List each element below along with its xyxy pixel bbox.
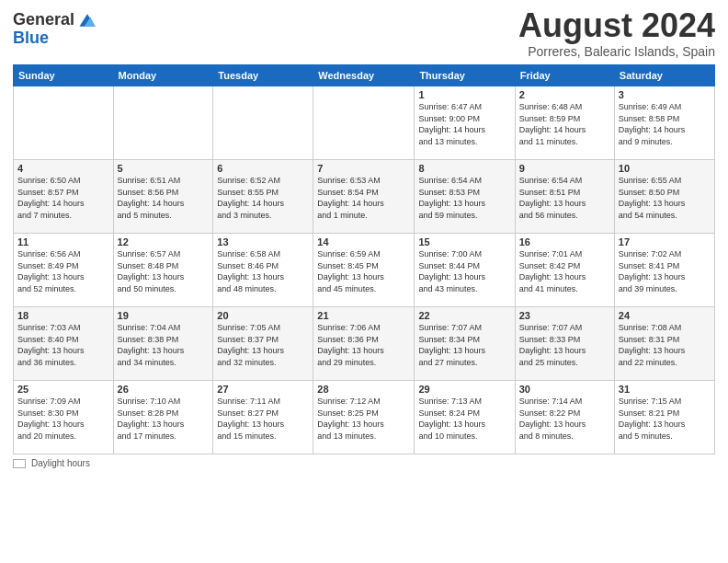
day-info: Sunrise: 6:55 AM Sunset: 8:50 PM Dayligh… (619, 175, 711, 221)
table-row: 7Sunrise: 6:53 AM Sunset: 8:54 PM Daylig… (313, 160, 415, 234)
day-number: 27 (217, 384, 309, 395)
table-row: 24Sunrise: 7:08 AM Sunset: 8:31 PM Dayli… (614, 307, 714, 381)
table-row: 6Sunrise: 6:52 AM Sunset: 8:55 PM Daylig… (213, 160, 313, 234)
day-info: Sunrise: 7:08 AM Sunset: 8:31 PM Dayligh… (619, 322, 711, 368)
calendar-header-row: Sunday Monday Tuesday Wednesday Thursday… (14, 65, 715, 86)
table-row: 20Sunrise: 7:05 AM Sunset: 8:37 PM Dayli… (213, 307, 313, 381)
day-number: 1 (418, 89, 510, 100)
table-row: 29Sunrise: 7:13 AM Sunset: 8:24 PM Dayli… (415, 381, 515, 454)
location: Porreres, Balearic Islands, Spain (518, 44, 715, 59)
table-row: 1Sunrise: 6:47 AM Sunset: 9:00 PM Daylig… (415, 86, 515, 160)
logo-icon (76, 9, 98, 31)
day-info: Sunrise: 7:03 AM Sunset: 8:40 PM Dayligh… (17, 322, 109, 368)
month-title: August 2024 (518, 9, 715, 42)
table-row: 15Sunrise: 7:00 AM Sunset: 8:44 PM Dayli… (415, 234, 515, 307)
day-number: 18 (17, 310, 109, 321)
table-row: 31Sunrise: 7:15 AM Sunset: 8:21 PM Dayli… (614, 381, 714, 454)
table-row (213, 86, 313, 160)
header-tuesday: Tuesday (213, 65, 313, 86)
day-info: Sunrise: 6:58 AM Sunset: 8:46 PM Dayligh… (217, 248, 309, 294)
day-number: 24 (619, 310, 711, 321)
table-row: 22Sunrise: 7:07 AM Sunset: 8:34 PM Dayli… (415, 307, 515, 381)
table-row: 11Sunrise: 6:56 AM Sunset: 8:49 PM Dayli… (14, 234, 114, 307)
day-number: 29 (418, 384, 510, 395)
table-row: 28Sunrise: 7:12 AM Sunset: 8:25 PM Dayli… (313, 381, 415, 454)
header-saturday: Saturday (614, 65, 714, 86)
table-row: 4Sunrise: 6:50 AM Sunset: 8:57 PM Daylig… (14, 160, 114, 234)
calendar-week-3: 11Sunrise: 6:56 AM Sunset: 8:49 PM Dayli… (14, 234, 715, 307)
table-row: 25Sunrise: 7:09 AM Sunset: 8:30 PM Dayli… (14, 381, 114, 454)
day-info: Sunrise: 7:13 AM Sunset: 8:24 PM Dayligh… (418, 396, 510, 442)
table-row: 18Sunrise: 7:03 AM Sunset: 8:40 PM Dayli… (14, 307, 114, 381)
day-number: 25 (17, 384, 109, 395)
table-row: 14Sunrise: 6:59 AM Sunset: 8:45 PM Dayli… (313, 234, 415, 307)
header-thursday: Thursday (415, 65, 515, 86)
day-number: 31 (619, 384, 711, 395)
table-row (14, 86, 114, 160)
page: General Blue August 2024 Porreres, Balea… (0, 0, 728, 563)
day-info: Sunrise: 7:15 AM Sunset: 8:21 PM Dayligh… (619, 396, 711, 442)
day-info: Sunrise: 7:02 AM Sunset: 8:41 PM Dayligh… (619, 248, 711, 294)
day-info: Sunrise: 6:52 AM Sunset: 8:55 PM Dayligh… (217, 175, 309, 221)
day-info: Sunrise: 7:14 AM Sunset: 8:22 PM Dayligh… (519, 396, 610, 442)
table-row: 9Sunrise: 6:54 AM Sunset: 8:51 PM Daylig… (515, 160, 614, 234)
day-number: 11 (17, 236, 109, 247)
day-number: 7 (317, 163, 410, 174)
table-row: 16Sunrise: 7:01 AM Sunset: 8:42 PM Dayli… (515, 234, 614, 307)
table-row: 23Sunrise: 7:07 AM Sunset: 8:33 PM Dayli… (515, 307, 614, 381)
day-number: 2 (519, 89, 610, 100)
day-info: Sunrise: 7:04 AM Sunset: 8:38 PM Dayligh… (118, 322, 210, 368)
table-row: 30Sunrise: 7:14 AM Sunset: 8:22 PM Dayli… (515, 381, 614, 454)
table-row: 12Sunrise: 6:57 AM Sunset: 8:48 PM Dayli… (113, 234, 213, 307)
table-row: 2Sunrise: 6:48 AM Sunset: 8:59 PM Daylig… (515, 86, 614, 160)
day-number: 19 (118, 310, 210, 321)
day-info: Sunrise: 7:09 AM Sunset: 8:30 PM Dayligh… (17, 396, 109, 442)
logo: General Blue (13, 9, 98, 48)
calendar-table: Sunday Monday Tuesday Wednesday Thursday… (13, 64, 715, 454)
day-info: Sunrise: 6:59 AM Sunset: 8:45 PM Dayligh… (317, 248, 410, 294)
day-info: Sunrise: 7:06 AM Sunset: 8:36 PM Dayligh… (317, 322, 410, 368)
day-number: 22 (418, 310, 510, 321)
header: General Blue August 2024 Porreres, Balea… (13, 9, 715, 59)
table-row: 26Sunrise: 7:10 AM Sunset: 8:28 PM Dayli… (113, 381, 213, 454)
day-info: Sunrise: 6:57 AM Sunset: 8:48 PM Dayligh… (118, 248, 210, 294)
table-row: 8Sunrise: 6:54 AM Sunset: 8:53 PM Daylig… (415, 160, 515, 234)
table-row (113, 86, 213, 160)
day-number: 6 (217, 163, 309, 174)
day-info: Sunrise: 6:54 AM Sunset: 8:53 PM Dayligh… (418, 175, 510, 221)
table-row: 27Sunrise: 7:11 AM Sunset: 8:27 PM Dayli… (213, 381, 313, 454)
table-row: 3Sunrise: 6:49 AM Sunset: 8:58 PM Daylig… (614, 86, 714, 160)
logo-general: General (13, 11, 74, 29)
day-info: Sunrise: 6:50 AM Sunset: 8:57 PM Dayligh… (17, 175, 109, 221)
header-friday: Friday (515, 65, 614, 86)
day-number: 20 (217, 310, 309, 321)
day-number: 23 (519, 310, 610, 321)
day-number: 28 (317, 384, 410, 395)
title-area: August 2024 Porreres, Balearic Islands, … (518, 9, 715, 59)
header-sunday: Sunday (14, 65, 114, 86)
header-wednesday: Wednesday (313, 65, 415, 86)
calendar-week-4: 18Sunrise: 7:03 AM Sunset: 8:40 PM Dayli… (14, 307, 715, 381)
day-number: 15 (418, 236, 510, 247)
header-monday: Monday (113, 65, 213, 86)
footer: Daylight hours (13, 458, 715, 468)
calendar-week-1: 1Sunrise: 6:47 AM Sunset: 9:00 PM Daylig… (14, 86, 715, 160)
table-row: 10Sunrise: 6:55 AM Sunset: 8:50 PM Dayli… (614, 160, 714, 234)
day-info: Sunrise: 6:54 AM Sunset: 8:51 PM Dayligh… (519, 175, 610, 221)
day-info: Sunrise: 7:07 AM Sunset: 8:34 PM Dayligh… (418, 322, 510, 368)
day-number: 3 (619, 89, 711, 100)
day-info: Sunrise: 7:05 AM Sunset: 8:37 PM Dayligh… (217, 322, 309, 368)
day-number: 9 (519, 163, 610, 174)
day-number: 4 (17, 163, 109, 174)
day-info: Sunrise: 6:47 AM Sunset: 9:00 PM Dayligh… (418, 101, 510, 147)
footer-label: Daylight hours (31, 458, 90, 468)
day-info: Sunrise: 6:56 AM Sunset: 8:49 PM Dayligh… (17, 248, 109, 294)
calendar-week-2: 4Sunrise: 6:50 AM Sunset: 8:57 PM Daylig… (14, 160, 715, 234)
day-number: 17 (619, 236, 711, 247)
day-number: 10 (619, 163, 711, 174)
logo-blue: Blue (13, 29, 49, 47)
day-number: 30 (519, 384, 610, 395)
day-info: Sunrise: 6:53 AM Sunset: 8:54 PM Dayligh… (317, 175, 410, 221)
day-number: 21 (317, 310, 410, 321)
day-info: Sunrise: 6:48 AM Sunset: 8:59 PM Dayligh… (519, 101, 610, 147)
